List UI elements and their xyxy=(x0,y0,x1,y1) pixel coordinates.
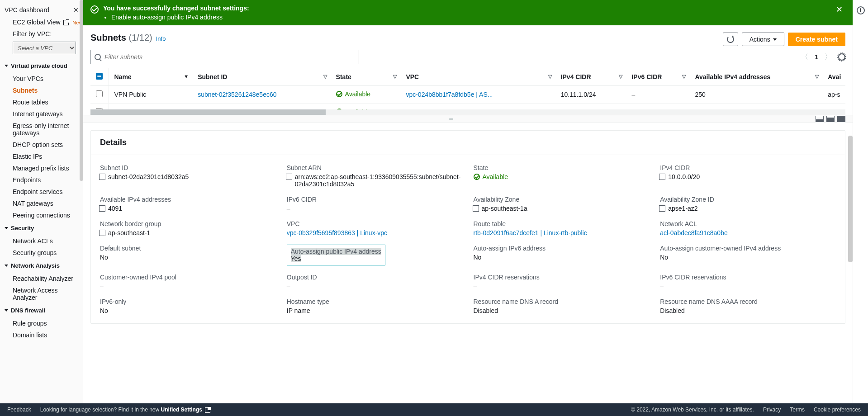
copy-icon[interactable] xyxy=(100,231,105,236)
sidebar-item-elastic-ips[interactable]: Elastic IPs xyxy=(0,151,83,162)
field-ipv4-cidr: IPv4 CIDR 10.0.0.0/20 xyxy=(660,164,836,188)
sidebar-item-dhcp[interactable]: DHCP option sets xyxy=(0,139,83,151)
privacy-link[interactable]: Privacy xyxy=(763,407,781,413)
close-alert-icon[interactable]: ✕ xyxy=(833,5,845,14)
vpc-dashboard-link[interactable]: VPC dashboard xyxy=(5,6,49,14)
col-vpc[interactable]: VPC▽ xyxy=(400,68,555,86)
subnets-table: Name▼ Subnet ID▽ State▽ VPC▽ IPv4 CIDR▽ … xyxy=(90,68,845,109)
select-all-checkbox[interactable] xyxy=(96,73,103,80)
field-az: Availability Zone ap-southeast-1a xyxy=(474,196,650,212)
cell-avail: 250 xyxy=(689,104,822,110)
sidebar-item-route-tables[interactable]: Route tables xyxy=(0,96,83,108)
sidebar-group-vpc[interactable]: Virtual private cloud xyxy=(0,59,83,73)
sidebar-item-network-access[interactable]: Network Access Analyzer xyxy=(0,284,83,303)
sidebar-group-dns-firewall[interactable]: DNS firewall xyxy=(0,303,83,317)
col-ipv4-cidr[interactable]: IPv4 CIDR▽ xyxy=(555,68,626,86)
ec2-global-link[interactable]: EC2 Global View New xyxy=(0,16,83,28)
table-row[interactable]: Public subnet 2 subnet-05112b4b8e92f172c… xyxy=(90,104,845,110)
layout-bottom-icon[interactable] xyxy=(816,116,824,122)
col-avail-ips[interactable]: Available IPv4 addresses▽ xyxy=(689,68,822,86)
scrollbar[interactable] xyxy=(848,136,853,262)
vpc-filter-select[interactable]: Select a VPC xyxy=(13,42,76,54)
field-hostname: Hostname type IP name xyxy=(287,298,463,314)
filter-input-wrapper[interactable] xyxy=(90,50,359,64)
sidebar-item-nat-gateways[interactable]: NAT gateways xyxy=(0,198,83,209)
field-auto-ipv6: Auto-assign IPv6 address No xyxy=(474,245,650,265)
prev-page-icon[interactable]: 〈 xyxy=(801,52,808,62)
layout-full-icon[interactable] xyxy=(837,116,845,122)
page-number: 1 xyxy=(815,53,818,61)
table-row[interactable]: VPN Public subnet-02f35261248e5ec60 Avai… xyxy=(90,86,845,104)
sidebar-item-peering[interactable]: Peering connections xyxy=(0,209,83,221)
terms-link[interactable]: Terms xyxy=(790,407,805,413)
cell-vpc[interactable]: vpc-024b8bb1f7a8fdb5e | AS... xyxy=(406,91,493,98)
field-subnet-arn: Subnet ARN arn:aws:ec2:ap-southeast-1:93… xyxy=(287,164,463,188)
drag-handle-icon: ═ xyxy=(90,116,813,122)
settings-icon[interactable] xyxy=(838,53,845,61)
field-nbg: Network border group ap-southeast-1 xyxy=(100,220,276,236)
right-rail: i xyxy=(853,0,868,416)
check-circle-icon xyxy=(90,5,99,14)
field-vpc: VPC vpc-0b329f5695f893863 | Linux-vpc xyxy=(287,220,463,236)
cookies-link[interactable]: Cookie preferences xyxy=(814,407,861,413)
sidebar-item-internet-gateways[interactable]: Internet gateways xyxy=(0,108,83,120)
sidebar-item-egress-gateways[interactable]: Egress-only internet gateways xyxy=(0,120,83,139)
sidebar-item-reachability[interactable]: Reachability Analyzer xyxy=(0,273,83,284)
caret-down-icon xyxy=(5,309,8,312)
col-state[interactable]: State▽ xyxy=(331,68,401,86)
sidebar-item-domain-lists[interactable]: Domain lists xyxy=(0,329,83,341)
filter-input[interactable] xyxy=(104,53,355,61)
sidebar-item-prefix-lists[interactable]: Managed prefix lists xyxy=(0,162,83,174)
field-auto-co: Auto-assign customer-owned IPv4 address … xyxy=(660,245,836,265)
close-icon[interactable]: ✕ xyxy=(73,6,79,14)
field-auto-ipv4: Auto-assign public IPv4 address Yes xyxy=(287,245,463,265)
scrollbar[interactable] xyxy=(80,0,83,181)
alert-title: You have successfully changed subnet set… xyxy=(103,5,829,12)
layout-half-icon[interactable] xyxy=(826,116,835,122)
sidebar-item-your-vpcs[interactable]: Your VPCs xyxy=(0,73,83,85)
row-checkbox[interactable] xyxy=(96,90,103,97)
sidebar-item-network-acls[interactable]: Network ACLs xyxy=(0,235,83,247)
info-link[interactable]: Info xyxy=(156,35,166,42)
sidebar-group-network-analysis[interactable]: Network Analysis xyxy=(0,259,83,273)
col-ipv6-cidr[interactable]: IPv6 CIDR▽ xyxy=(626,68,689,86)
sidebar-item-endpoint-services[interactable]: Endpoint services xyxy=(0,186,83,198)
alert-bullet: Enable auto-assign public IPv4 address xyxy=(111,14,829,21)
copy-icon[interactable] xyxy=(660,206,665,212)
cell-cidr6: – xyxy=(626,86,689,104)
horizontal-scrollbar[interactable] xyxy=(90,109,845,115)
cell-name: VPN Public xyxy=(109,86,192,104)
split-panel-handle[interactable]: ═ xyxy=(83,115,853,123)
actions-button[interactable]: Actions xyxy=(742,33,784,46)
selection-count: (1/12) xyxy=(128,33,152,43)
col-az[interactable]: Avai xyxy=(822,68,845,86)
main-content: You have successfully changed subnet set… xyxy=(83,0,853,416)
refresh-button[interactable] xyxy=(723,33,738,46)
field-subnet-id: Subnet ID subnet-02da2301c1d8032a5 xyxy=(100,164,276,188)
cell-state: Available xyxy=(336,90,371,98)
copy-icon[interactable] xyxy=(100,206,105,212)
copy-icon[interactable] xyxy=(660,175,665,180)
field-ipv6-only: IPv6-only No xyxy=(100,298,276,314)
col-subnet-id[interactable]: Subnet ID▽ xyxy=(192,68,330,86)
cell-subnet-id[interactable]: subnet-02f35261248e5ec60 xyxy=(198,91,276,98)
sidebar-item-endpoints[interactable]: Endpoints xyxy=(0,174,83,186)
sidebar-item-security-groups[interactable]: Security groups xyxy=(0,247,83,259)
create-subnet-button[interactable]: Create subnet xyxy=(788,33,845,46)
caret-down-icon xyxy=(5,265,8,267)
copy-icon[interactable] xyxy=(474,206,479,212)
next-page-icon[interactable]: 〉 xyxy=(825,52,832,62)
sidebar-item-subnets[interactable]: Subnets xyxy=(0,85,83,96)
copy-icon[interactable] xyxy=(100,175,105,180)
copyright: © 2022, Amazon Web Services, Inc. or its… xyxy=(631,407,754,413)
cell-az: ap-s xyxy=(822,104,845,110)
sidebar-item-rule-groups[interactable]: Rule groups xyxy=(0,317,83,329)
info-icon[interactable]: i xyxy=(857,6,865,14)
copy-icon[interactable] xyxy=(287,175,292,180)
feedback-link[interactable]: Feedback xyxy=(7,407,31,413)
sidebar-group-security[interactable]: Security xyxy=(0,221,83,235)
field-ipv4-res: IPv4 CIDR reservations – xyxy=(474,274,650,290)
unified-settings-link[interactable]: Unified Settings xyxy=(161,407,211,413)
page-title: Subnets (1/12) xyxy=(90,33,152,43)
col-name[interactable]: Name▼ xyxy=(109,68,192,86)
